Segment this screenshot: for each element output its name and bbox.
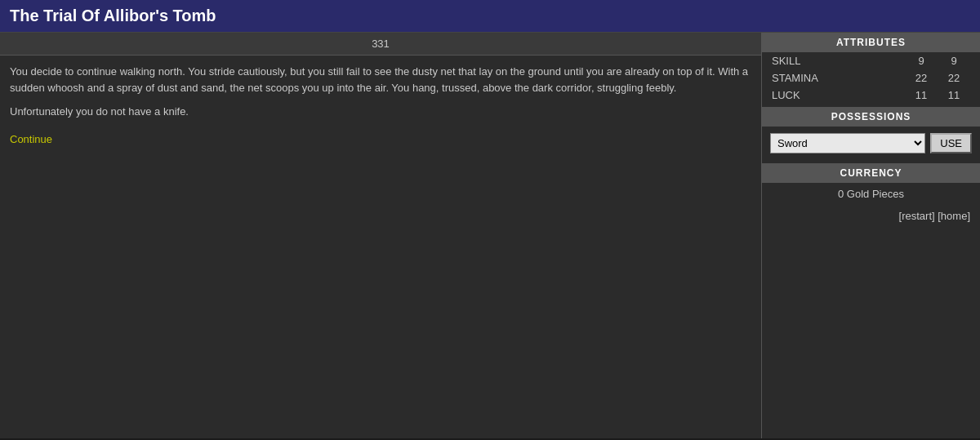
attributes-section: ATTRIBUTES SKILL 9 9 STAMINA 22 22 LUCK … (762, 33, 980, 104)
story-text: You decide to continue walking north. Yo… (0, 56, 761, 155)
attribute-row-luck: LUCK 11 11 (762, 87, 980, 104)
possessions-header: POSSESSIONS (762, 107, 980, 127)
section-number: 331 (0, 33, 761, 56)
stamina-max: 22 (938, 72, 970, 84)
story-panel: 331 You decide to continue walking north… (0, 33, 761, 438)
use-button[interactable]: USE (930, 133, 972, 153)
stamina-label: STAMINA (772, 72, 905, 84)
restart-link[interactable]: restart (902, 210, 932, 222)
luck-current: 11 (905, 89, 938, 101)
skill-label: SKILL (772, 55, 905, 67)
skill-max: 9 (938, 55, 970, 67)
skill-current: 9 (905, 55, 938, 67)
currency-section: CURRENCY 0 Gold Pieces (762, 163, 980, 205)
possessions-controls: Sword USE (762, 127, 980, 160)
page-title: The Trial Of Allibor's Tomb (10, 7, 970, 25)
story-paragraph-2: Unfortunately you do not have a knife. (10, 104, 751, 120)
luck-label: LUCK (772, 89, 905, 101)
right-panel: ATTRIBUTES SKILL 9 9 STAMINA 22 22 LUCK … (761, 33, 980, 438)
possessions-section: POSSESSIONS Sword USE (762, 107, 980, 160)
item-select[interactable]: Sword (770, 133, 925, 153)
attributes-header: ATTRIBUTES (762, 33, 980, 52)
luck-max: 11 (938, 89, 970, 101)
attribute-row-stamina: STAMINA 22 22 (762, 69, 980, 87)
stamina-current: 22 (905, 72, 938, 84)
currency-header: CURRENCY (762, 163, 980, 183)
footer-links: [restart] [home] (762, 205, 980, 227)
page-header: The Trial Of Allibor's Tomb (0, 0, 980, 33)
home-link[interactable]: home (941, 210, 968, 222)
currency-value: 0 Gold Pieces (762, 183, 980, 205)
continue-link[interactable]: Continue (10, 131, 52, 148)
story-paragraph-1: You decide to continue walking north. Yo… (10, 64, 751, 96)
main-layout: 331 You decide to continue walking north… (0, 33, 980, 438)
attribute-row-skill: SKILL 9 9 (762, 52, 980, 69)
